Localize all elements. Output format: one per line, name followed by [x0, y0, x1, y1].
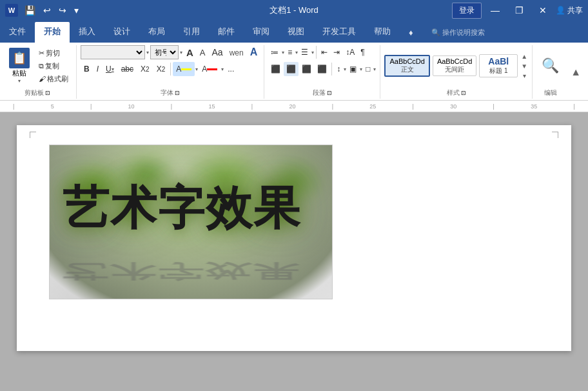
font-color-button[interactable]: A — [199, 62, 220, 76]
styles-group: AaBbCcDd 正文 AaBbCcDd 无间距 — [380, 45, 533, 99]
font-content: ▾ 初号 ▾ A A Aa wen A B — [81, 45, 260, 86]
strikethrough-button[interactable]: abc — [118, 62, 137, 76]
sort-button[interactable]: ↕A — [343, 45, 357, 59]
styles-label-row: 样式 ⊡ — [384, 86, 528, 99]
tab-review[interactable]: 审阅 — [244, 22, 279, 43]
art-text-container[interactable]: 艺术字效果 艺术字效果 — [49, 145, 333, 299]
copy-button[interactable]: ⧉ 复制 — [36, 60, 71, 72]
share-button[interactable]: 👤 共享 — [556, 5, 583, 16]
ribbon-collapse-button[interactable]: ▲ — [568, 45, 583, 99]
font-extra-button[interactable]: A — [248, 45, 260, 59]
style-normal-box[interactable]: AaBbCcDd 正文 — [384, 55, 429, 77]
align-right-button[interactable]: ⬛ — [299, 62, 314, 76]
editing-group: 🔍 编辑 — [533, 45, 568, 99]
clipboard-expand[interactable]: ⊡ — [45, 90, 50, 96]
para-row-1: ≔ ▾ ≡ ▾ ☰ ▾ ⇤ ⇥ ↕A ¶ — [268, 45, 367, 59]
para-row-2: ⬛ ⬛ ⬛ ⬛ ↕ ▾ ▣ ▾ □ ▾ — [268, 62, 376, 76]
format-painter-icon: 🖌 — [39, 75, 46, 83]
style-heading1-box[interactable]: AaBl 标题 1 — [479, 54, 518, 77]
paste-dropdown-arrow: ▾ — [18, 78, 21, 84]
font-color-dropdown[interactable]: ▾ — [221, 66, 224, 72]
text-highlight-button[interactable]: A — [173, 62, 195, 76]
search-tab[interactable]: 🔍 操作说明搜索 — [422, 24, 494, 43]
minimize-button[interactable]: — — [484, 3, 506, 18]
increase-indent-button[interactable]: ⇥ — [331, 45, 342, 59]
highlight-icon: A — [176, 65, 181, 74]
document-page: 艺术字效果 艺术字效果 — [17, 125, 571, 351]
close-button[interactable]: ✕ — [533, 3, 553, 18]
highlight-dropdown[interactable]: ▾ — [195, 66, 198, 72]
tab-extra[interactable]: ♦ — [400, 24, 422, 43]
restore-button[interactable]: ❐ — [509, 3, 530, 18]
login-button[interactable]: 登录 — [452, 3, 482, 19]
line-spacing-button[interactable]: ↕ — [334, 62, 343, 76]
cut-button[interactable]: ✂ 剪切 — [36, 47, 71, 59]
tab-design[interactable]: 设计 — [104, 22, 139, 43]
clipboard-small-buttons: ✂ 剪切 ⧉ 复制 🖌 格式刷 — [36, 47, 71, 85]
font-size-arrow: ▾ — [180, 50, 182, 55]
paragraph-label: 段落 — [313, 86, 326, 99]
tab-layout[interactable]: 布局 — [139, 22, 174, 43]
multilevel-button[interactable]: ☰ — [299, 45, 311, 59]
font-decrease-button[interactable]: A — [197, 45, 208, 59]
tab-insert[interactable]: 插入 — [70, 22, 104, 43]
italic-button[interactable]: I — [93, 62, 102, 76]
numbering-button[interactable]: ≡ — [285, 45, 295, 59]
redo-button[interactable]: ↪ — [56, 4, 69, 17]
cut-icon: ✂ — [39, 49, 44, 57]
decrease-indent-button[interactable]: ⇤ — [318, 45, 330, 59]
font-size-select[interactable]: 初号 — [150, 45, 179, 59]
clear-format-button[interactable]: Aa — [210, 45, 226, 59]
clipboard-group: 📋 粘贴 ▾ ✂ 剪切 ⧉ 复制 🖌 格式刷 — [0, 45, 77, 99]
undo-button[interactable]: ↩ — [41, 4, 54, 17]
tab-file[interactable]: 文件 — [0, 22, 35, 43]
paragraph-expand[interactable]: ⊡ — [327, 90, 332, 96]
line-spacing-arrow: ▾ — [344, 66, 346, 72]
numbering-arrow: ▾ — [295, 50, 298, 55]
more-font-button[interactable]: ... — [224, 62, 237, 76]
format-painter-button[interactable]: 🖌 格式刷 — [36, 73, 71, 85]
tab-home[interactable]: 开始 — [35, 22, 70, 43]
styles-expand-button[interactable]: ▾ — [520, 72, 528, 80]
superscript-button[interactable]: X2 — [153, 62, 169, 76]
ruler: |5|10|15|20|25|30|35| — [0, 101, 588, 112]
bold-button[interactable]: B — [81, 62, 93, 76]
justify-button[interactable]: ⬛ — [315, 62, 329, 76]
styles-scroll-down[interactable]: ▼ — [520, 62, 528, 70]
save-button[interactable]: 💾 — [22, 4, 38, 17]
paste-button[interactable]: 📋 粘贴 ▾ — [4, 45, 35, 86]
align-center-button[interactable]: ⬛ — [284, 62, 299, 76]
find-button[interactable]: 🔍 — [536, 55, 564, 77]
font-row-1: ▾ 初号 ▾ A A Aa wen A — [81, 45, 260, 59]
tab-help[interactable]: 帮助 — [365, 22, 400, 43]
tab-view[interactable]: 视图 — [279, 22, 313, 43]
tab-developer[interactable]: 开发工具 — [313, 22, 365, 43]
quick-access-dropdown[interactable]: ▾ — [72, 4, 81, 17]
shading-button[interactable]: ▣ — [347, 62, 359, 76]
font-expand[interactable]: ⊡ — [175, 90, 180, 96]
text-effect-button[interactable]: wen — [227, 45, 246, 59]
borders-button[interactable]: □ — [363, 62, 373, 76]
underline-button[interactable]: U ▾ — [103, 62, 117, 76]
styles-scroll-up[interactable]: ▲ — [520, 52, 528, 61]
document-area: 艺术字效果 艺术字效果 — [0, 112, 588, 391]
editing-content: 🔍 — [536, 45, 564, 86]
style-nospacing-box[interactable]: AaBbCcDd 无间距 — [433, 55, 476, 76]
show-marks-button[interactable]: ¶ — [358, 45, 367, 59]
styles-scroll: ▲ ▼ ▾ — [520, 52, 528, 80]
clear-format-icon: Aa — [212, 47, 223, 57]
subscript-button[interactable]: X2 — [137, 62, 153, 76]
ribbon-tabs: 文件 开始 插入 设计 布局 引用 邮件 审阅 视图 开发工具 帮助 ♦ 🔍 操… — [0, 21, 588, 43]
styles-content: AaBbCcDd 正文 AaBbCcDd 无间距 — [384, 45, 528, 86]
bullets-button[interactable]: ≔ — [268, 45, 281, 59]
clipboard-content: 📋 粘贴 ▾ ✂ 剪切 ⧉ 复制 🖌 格式刷 — [4, 45, 71, 86]
tab-mailings[interactable]: 邮件 — [209, 22, 244, 43]
editing-label: 编辑 — [544, 86, 557, 99]
font-row-2: B I U ▾ abc X2 X2 A ▾ A — [81, 62, 237, 76]
separator-3 — [331, 63, 332, 75]
font-name-select[interactable] — [81, 45, 145, 59]
align-left-button[interactable]: ⬛ — [268, 62, 283, 76]
styles-expand-icon[interactable]: ⊡ — [461, 90, 466, 96]
font-increase-button[interactable]: A — [184, 45, 196, 59]
tab-references[interactable]: 引用 — [174, 22, 209, 43]
